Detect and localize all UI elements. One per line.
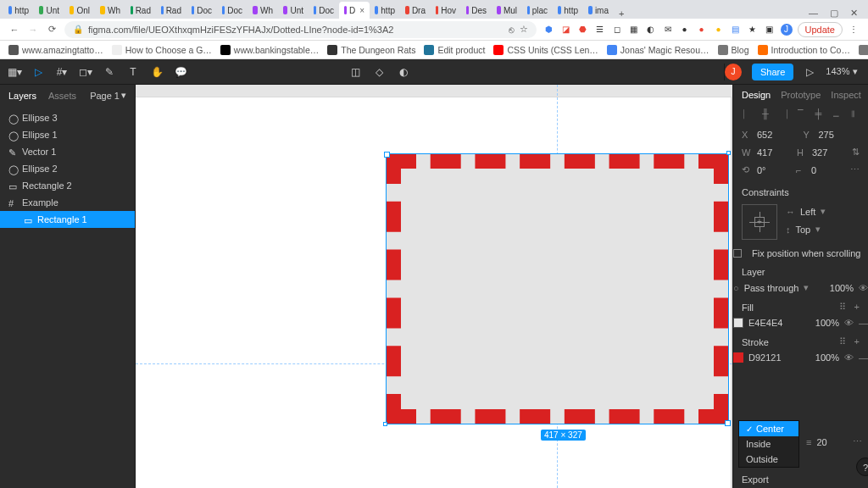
stroke-align-option-inside[interactable]: Inside <box>739 436 798 452</box>
browser-tab[interactable]: Doc <box>309 2 339 19</box>
browser-tab[interactable]: D× <box>339 2 370 19</box>
constraints-widget[interactable]: + <box>742 204 777 240</box>
zoom-level[interactable]: 143% ▾ <box>826 66 857 77</box>
rotation-input[interactable]: 0° <box>757 165 791 175</box>
browser-tab[interactable]: Des <box>461 2 492 19</box>
help-button[interactable]: ? <box>856 458 868 476</box>
browser-tab[interactable]: Wh <box>248 2 278 19</box>
browser-tab[interactable]: Rad <box>156 2 186 19</box>
remove-fill-icon[interactable]: — <box>859 318 868 328</box>
fill-opacity-input[interactable]: 100% <box>815 318 839 328</box>
visibility-icon[interactable]: 👁 <box>859 283 868 293</box>
stroke-opacity-input[interactable]: 100% <box>815 352 839 363</box>
ext-icon[interactable]: ◪ <box>560 24 572 36</box>
translate-icon[interactable]: ⎋ <box>509 25 515 35</box>
present-icon[interactable]: ▷ <box>804 66 815 78</box>
pen-tool-icon[interactable]: ✎ <box>103 66 115 78</box>
shape-tool-icon[interactable]: ◻▾ <box>80 66 92 78</box>
stroke-align-option-outside[interactable]: Outside <box>739 452 798 467</box>
blend-mode-select[interactable]: Pass through <box>744 283 799 293</box>
browser-tab[interactable]: Onl <box>64 2 95 19</box>
tab-inspect[interactable]: Inspect <box>831 90 860 100</box>
mask-icon[interactable]: ◐ <box>398 66 409 78</box>
corner-radius-input[interactable]: 0 <box>811 165 845 175</box>
h-input[interactable]: 327 <box>812 147 847 158</box>
component-icon[interactable]: ◇ <box>374 66 386 78</box>
menu-icon[interactable]: ⋮ <box>848 24 860 36</box>
fill-visibility-icon[interactable]: 👁 <box>844 318 854 328</box>
browser-tab[interactable]: http <box>370 2 400 19</box>
selection-handle[interactable] <box>383 422 387 426</box>
stroke-hex-input[interactable]: D92121 <box>748 352 782 363</box>
browser-tab[interactable]: Dra <box>400 2 431 19</box>
ext-icon[interactable]: ◻ <box>611 24 623 36</box>
v-constraint-select[interactable]: Top <box>796 225 811 235</box>
align-bottom-icon[interactable]: ⎽ <box>830 108 842 119</box>
fill-swatch[interactable] <box>733 318 743 328</box>
ext-icon[interactable]: ◐ <box>645 24 657 36</box>
page-selector[interactable]: Page 1 ▾ <box>90 90 126 101</box>
stroke-visibility-icon[interactable]: 👁 <box>844 352 854 363</box>
ext-icon[interactable]: ✉ <box>662 24 674 36</box>
add-fill-icon[interactable]: + <box>854 302 860 313</box>
browser-tab[interactable]: http <box>3 2 34 19</box>
distribute-icon[interactable]: ⫴ <box>848 108 860 119</box>
close-window-button[interactable]: ✕ <box>850 8 858 19</box>
ext-icon[interactable]: ▣ <box>764 24 776 36</box>
update-button[interactable]: Update <box>798 22 843 37</box>
layer-item[interactable]: ▭Rectangle 2 <box>0 177 135 194</box>
layer-opacity-input[interactable]: 100% <box>830 283 854 293</box>
move-tool-icon[interactable]: ▷ <box>32 66 44 78</box>
layer-item[interactable]: ▭Rectangle 1 <box>0 211 135 228</box>
user-avatar[interactable]: J <box>725 64 742 80</box>
browser-tab[interactable]: Hov <box>431 2 461 19</box>
bookmark-item[interactable]: Introduction to Co… <box>758 45 850 55</box>
ext-icon[interactable]: ☰ <box>594 24 606 36</box>
selection-handle[interactable] <box>726 151 731 155</box>
close-tab-icon[interactable]: × <box>359 6 364 15</box>
bookmark-item[interactable]: Edit product <box>424 45 485 55</box>
ext-icon[interactable]: ● <box>696 24 708 36</box>
browser-tab[interactable]: Doc <box>186 2 217 19</box>
w-input[interactable]: 417 <box>757 147 792 158</box>
fill-hex-input[interactable]: E4E4E4 <box>748 318 782 328</box>
text-tool-icon[interactable]: T <box>127 66 139 78</box>
ext-icon[interactable]: ▦ <box>628 24 640 36</box>
ext-icon[interactable]: ★ <box>747 24 759 36</box>
stroke-style-icon[interactable]: ⠿ <box>839 336 846 347</box>
tab-prototype[interactable]: Prototype <box>781 90 821 100</box>
url-field[interactable]: 🔒 figma.com/file/UEOXthxqmHziFESzYFHAJx/… <box>64 21 537 38</box>
layer-item[interactable]: ◯Ellipse 2 <box>0 160 135 177</box>
ext-icon[interactable]: ● <box>713 24 725 36</box>
fix-position-checkbox[interactable] <box>733 249 742 258</box>
tab-layers[interactable]: Layers <box>8 91 36 101</box>
browser-tab[interactable]: ima <box>583 2 614 19</box>
bookmark-item[interactable]: Blog <box>718 45 749 55</box>
ext-icon[interactable]: ⬢ <box>543 24 555 36</box>
layer-item[interactable]: ◯Ellipse 1 <box>0 126 135 143</box>
constrain-proportions-icon[interactable]: ⇅ <box>852 147 860 158</box>
hand-tool-icon[interactable]: ✋ <box>151 66 163 78</box>
align-left-icon[interactable]: ⎸ <box>742 108 754 119</box>
stroke-swatch[interactable] <box>733 352 743 363</box>
profile-avatar[interactable]: J <box>781 24 793 36</box>
browser-tab[interactable]: Mul <box>492 2 522 19</box>
x-input[interactable]: 652 <box>757 130 798 140</box>
browser-tab[interactable]: Wh <box>95 2 125 19</box>
bookmark-item[interactable]: The Dungeon Rats <box>327 45 415 55</box>
stroke-weight-input[interactable]: 20 <box>816 437 826 447</box>
forward-button[interactable]: → <box>27 25 39 35</box>
browser-tab[interactable]: Unt <box>278 2 309 19</box>
add-stroke-icon[interactable]: + <box>854 336 860 347</box>
ext-icon[interactable]: ● <box>679 24 691 36</box>
align-vcenter-icon[interactable]: ╪ <box>812 108 824 119</box>
frame-tool-icon[interactable]: #▾ <box>56 66 68 78</box>
tab-design[interactable]: Design <box>742 90 771 100</box>
comment-tool-icon[interactable]: 💬 <box>175 66 186 78</box>
remove-stroke-icon[interactable]: — <box>859 352 868 363</box>
maximize-button[interactable]: ▢ <box>830 8 838 19</box>
layer-item[interactable]: ◯Ellipse 3 <box>0 109 135 126</box>
export-title[interactable]: Export <box>742 474 769 485</box>
stroke-align-option-center[interactable]: Center <box>739 421 798 436</box>
align-top-icon[interactable]: ⎺ <box>794 108 806 119</box>
